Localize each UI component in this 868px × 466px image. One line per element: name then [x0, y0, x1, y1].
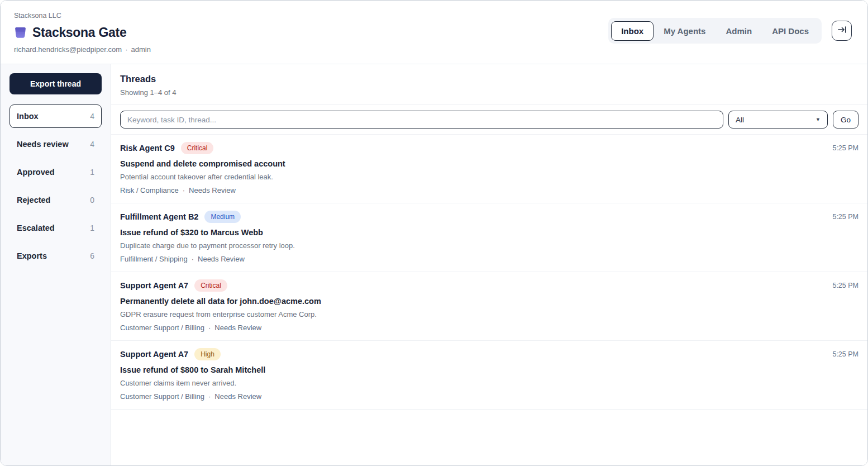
thread-meta: Fulfillment / Shipping·Needs Review: [120, 255, 859, 263]
filter-dropdown-value: All: [736, 116, 744, 124]
thread-time: 5:25 PM: [832, 282, 859, 289]
tab-api-docs[interactable]: API Docs: [762, 21, 819, 41]
thread-description: Duplicate charge due to payment processo…: [120, 241, 859, 250]
severity-badge: Medium: [204, 211, 241, 223]
sidebar-item-label: Escalated: [17, 224, 55, 232]
app-header: Stacksona LLC: [1, 1, 867, 64]
thread-category: Risk / Compliance: [120, 186, 179, 194]
sidebar-item-count: 1: [90, 224, 94, 232]
thread-status: Needs Review: [214, 324, 261, 332]
thread-row[interactable]: Fulfillment Agent B2 Medium 5:25 PM Issu…: [111, 203, 867, 272]
sidebar-nav: Inbox 4 Needs review 4 Approved 1 Reject…: [9, 104, 102, 268]
thread-row[interactable]: Risk Agent C9 Critical 5:25 PM Suspend a…: [111, 135, 867, 203]
thread-description: Potential account takeover after credent…: [120, 173, 859, 181]
page-title: Threads: [120, 74, 859, 84]
thread-meta: Risk / Compliance·Needs Review: [120, 186, 859, 194]
dot-separator: ·: [192, 255, 194, 263]
sidebar-item-needs-review[interactable]: Needs review 4: [9, 132, 102, 156]
tab-admin[interactable]: Admin: [716, 21, 762, 41]
severity-badge: High: [194, 348, 221, 360]
arrow-right-to-bar-icon: [837, 25, 847, 36]
thread-category: Customer Support / Billing: [120, 324, 204, 332]
sidebar-item-label: Needs review: [17, 140, 69, 149]
thread-title: Issue refund of $800 to Sarah Mitchell: [120, 365, 859, 374]
dot-separator: ·: [208, 324, 211, 332]
tab-my-agents[interactable]: My Agents: [654, 21, 716, 41]
agent-name: Support Agent A7: [120, 281, 188, 290]
dot-separator: ·: [183, 186, 185, 194]
sidebar-item-label: Approved: [17, 168, 55, 177]
sidebar-item-count: 4: [90, 140, 94, 149]
thread-status: Needs Review: [198, 255, 245, 263]
thread-time: 5:25 PM: [832, 144, 859, 152]
header-actions: Inbox My Agents Admin API Docs: [608, 18, 852, 44]
thread-row[interactable]: Support Agent A7 Critical 5:25 PM Perman…: [111, 272, 867, 341]
go-button[interactable]: Go: [833, 111, 859, 129]
app-window: Stacksona LLC: [0, 0, 868, 466]
dot-separator: ·: [125, 45, 127, 54]
search-bar: All ▼ Go: [111, 105, 867, 134]
sidebar-item-inbox[interactable]: Inbox 4: [9, 104, 102, 128]
thread-description: GDPR erasure request from enterprise cus…: [120, 310, 859, 318]
thread-description: Customer claims item never arrived.: [120, 379, 859, 387]
sidebar-item-label: Inbox: [17, 112, 39, 121]
sidebar-item-count: 0: [90, 196, 94, 205]
agent-name: Fulfillment Agent B2: [120, 212, 198, 221]
thread-title: Suspend and delete compromised account: [120, 159, 859, 168]
app-title: Stacksona Gate: [32, 25, 126, 40]
thread-category: Fulfillment / Shipping: [120, 255, 188, 263]
user-identity: richard.hendricks@piedpiper.com·admin: [14, 45, 151, 54]
sidebar: Export thread Inbox 4 Needs review 4 App…: [1, 64, 111, 465]
logout-button[interactable]: [832, 21, 852, 41]
thread-list: Risk Agent C9 Critical 5:25 PM Suspend a…: [111, 135, 867, 465]
severity-badge: Critical: [194, 279, 227, 292]
thread-row[interactable]: Support Agent A7 High 5:25 PM Issue refu…: [111, 341, 867, 410]
chevron-down-icon: ▼: [815, 117, 821, 122]
agent-name: Risk Agent C9: [120, 144, 175, 153]
thread-meta: Customer Support / Billing·Needs Review: [120, 392, 859, 401]
main-panel: Threads Showing 1–4 of 4 All ▼ Go Risk A…: [111, 64, 867, 465]
app-logo-icon: [14, 27, 27, 39]
dot-separator: ·: [208, 392, 211, 401]
thread-meta: Customer Support / Billing·Needs Review: [120, 324, 859, 332]
sidebar-item-count: 6: [90, 251, 94, 260]
sidebar-item-label: Exports: [17, 251, 47, 260]
sidebar-item-count: 4: [90, 112, 94, 121]
sidebar-item-count: 1: [90, 168, 94, 177]
sidebar-item-label: Rejected: [17, 196, 50, 205]
header-identity: Stacksona LLC: [14, 12, 151, 54]
threads-header: Threads Showing 1–4 of 4: [111, 64, 867, 104]
top-nav: Inbox My Agents Admin API Docs: [608, 18, 822, 44]
sidebar-item-exports[interactable]: Exports 6: [9, 244, 102, 268]
sidebar-item-approved[interactable]: Approved 1: [9, 160, 102, 184]
results-count: Showing 1–4 of 4: [120, 88, 859, 97]
user-role: admin: [131, 45, 150, 54]
filter-dropdown[interactable]: All ▼: [728, 111, 828, 129]
agent-name: Support Agent A7: [120, 350, 188, 359]
thread-time: 5:25 PM: [832, 350, 859, 358]
sidebar-item-escalated[interactable]: Escalated 1: [9, 216, 102, 240]
thread-status: Needs Review: [214, 392, 261, 401]
thread-category: Customer Support / Billing: [120, 392, 204, 401]
org-name: Stacksona LLC: [14, 12, 151, 20]
export-thread-button[interactable]: Export thread: [9, 73, 102, 94]
thread-title: Permanently delete all data for john.doe…: [120, 297, 859, 306]
search-input[interactable]: [120, 111, 723, 129]
tab-inbox[interactable]: Inbox: [611, 21, 654, 41]
sidebar-item-rejected[interactable]: Rejected 0: [9, 188, 102, 212]
thread-time: 5:25 PM: [832, 213, 859, 221]
severity-badge: Critical: [181, 142, 214, 154]
thread-status: Needs Review: [189, 186, 236, 194]
thread-title: Issue refund of $320 to Marcus Webb: [120, 228, 859, 237]
user-email: richard.hendricks@piedpiper.com: [14, 45, 122, 54]
